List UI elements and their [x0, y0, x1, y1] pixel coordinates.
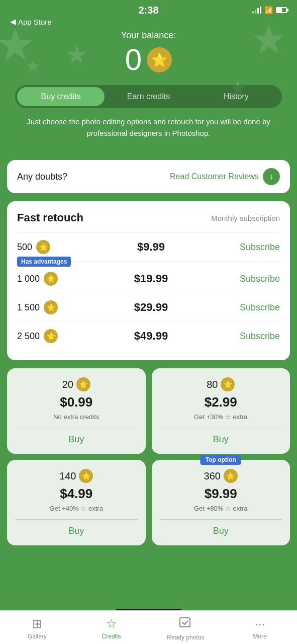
balance-amount: 0 ⭐	[10, 45, 287, 75]
back-label: App Store	[18, 18, 52, 26]
buy-card-extra-140: Get +40% ☆ extra	[15, 505, 138, 512]
tab-bar: Buy credits Earn credits History	[15, 85, 282, 108]
star-coin-360-icon: ⭐	[224, 469, 238, 483]
back-arrow-icon: ◀	[10, 17, 16, 26]
star-coin-sm-icon-2500: ⭐	[44, 329, 58, 343]
nav-more[interactable]: ··· More	[223, 617, 297, 640]
star-coin-sm-icon-1500: ⭐	[44, 300, 58, 314]
subscription-subtitle: Monthly subscription	[211, 214, 280, 222]
plan-row-1000: Has advantages 1 000 ⭐ $19.99 Subscribe	[17, 261, 280, 293]
plan-row-2500: 2 500 ⭐ $49.99 Subscribe	[17, 321, 280, 350]
main-content: Any doubts? Read Customer Reviews ↓ Fast…	[0, 154, 297, 606]
subscribe-btn-2500[interactable]: Subscribe	[240, 331, 280, 342]
buy-card-20: 20 ⭐ $0.99 No extra credits Buy	[7, 368, 146, 454]
nav-gallery-label: Gallery	[28, 633, 47, 640]
buy-card-price-20: $0.99	[15, 394, 138, 410]
star-coin-140-icon: ⭐	[79, 469, 93, 483]
plan-credits-1000: 1 000 ⭐	[17, 272, 62, 286]
wifi-icon: 📶	[264, 6, 273, 14]
subscription-header: Fast retouch Monthly subscription	[17, 211, 280, 224]
buy-card-140: 140 ⭐ $4.99 Get +40% ☆ extra Buy	[7, 460, 146, 545]
buy-card-80: 80 ⭐ $2.99 Get +30% ☆ extra Buy	[152, 368, 290, 454]
top-section: ★ ★ ★ ★ ★ ◀ App Store Your balance: 0 ⭐ …	[0, 17, 297, 154]
buy-card-credits-80: 80 ⭐	[160, 377, 282, 391]
top-option-badge: Top option	[201, 455, 241, 465]
buy-cards-grid: 20 ⭐ $0.99 No extra credits Buy 80 ⭐ $2.…	[7, 368, 290, 545]
star-coin-20-icon: ⭐	[76, 377, 90, 391]
plan-price-2500: $49.99	[62, 330, 240, 343]
status-time: 2:38	[138, 5, 158, 16]
buy-card-credits-20: 20 ⭐	[15, 377, 138, 391]
doubts-card: Any doubts? Read Customer Reviews ↓	[7, 160, 290, 193]
balance-section: Your balance: 0 ⭐	[10, 30, 287, 75]
review-link-text: Read Customer Reviews	[170, 172, 259, 181]
plan-price-1500: $29.99	[62, 301, 240, 314]
balance-label: Your balance:	[10, 30, 287, 41]
svg-rect-0	[180, 618, 190, 627]
buy-btn-360[interactable]: Buy	[160, 526, 282, 536]
review-down-icon[interactable]: ↓	[263, 168, 280, 185]
plan-price-1000: $19.99	[62, 272, 240, 285]
nav-more-label: More	[253, 633, 266, 640]
signal-icon	[252, 7, 261, 14]
read-reviews-link[interactable]: Read Customer Reviews ↓	[170, 168, 280, 185]
more-icon: ···	[255, 617, 265, 631]
plan-price-500: $9.99	[62, 240, 240, 254]
subscription-card: Fast retouch Monthly subscription 500 ⭐ …	[7, 201, 290, 360]
subscribe-btn-1000[interactable]: Subscribe	[240, 274, 280, 284]
buy-btn-140[interactable]: Buy	[15, 526, 138, 536]
tab-earn-credits[interactable]: Earn credits	[105, 87, 192, 106]
star-coin-sm-icon: ⭐	[36, 240, 50, 254]
battery-icon	[276, 7, 287, 13]
nav-credits-label: Credits	[102, 633, 121, 640]
plan-row-1500: 1 500 ⭐ $29.99 Subscribe	[17, 293, 280, 321]
star-coin-80-icon: ⭐	[221, 377, 235, 391]
credits-icon: ☆	[106, 617, 117, 631]
tab-history[interactable]: History	[192, 87, 280, 106]
advantage-badge: Has advantages	[17, 257, 71, 267]
buy-btn-80[interactable]: Buy	[160, 434, 282, 445]
star-coin-icon: ⭐	[147, 47, 172, 72]
buy-btn-20[interactable]: Buy	[15, 434, 138, 445]
nav-credits[interactable]: ☆ Credits	[74, 617, 149, 640]
gallery-icon: ⊞	[32, 617, 42, 631]
subscribe-btn-1500[interactable]: Subscribe	[240, 302, 280, 313]
buy-card-extra-20: No extra credits	[15, 413, 138, 421]
status-bar: 2:38 📶	[0, 0, 297, 17]
plan-credits-500: 500 ⭐	[17, 240, 62, 254]
plan-credits-2500: 2 500 ⭐	[17, 329, 62, 343]
buy-card-price-360: $9.99	[160, 486, 282, 502]
subscribe-btn-500[interactable]: Subscribe	[240, 242, 280, 253]
nav-ready-photos[interactable]: Ready photos	[149, 616, 223, 641]
back-button[interactable]: ◀ App Store	[10, 17, 287, 26]
nav-ready-photos-label: Ready photos	[167, 634, 204, 641]
balance-number: 0	[125, 45, 142, 75]
doubts-question: Any doubts?	[17, 172, 67, 182]
ready-photos-icon	[179, 616, 192, 632]
buy-card-price-80: $2.99	[160, 394, 282, 410]
subscription-title: Fast retouch	[17, 211, 83, 224]
nav-gallery[interactable]: ⊞ Gallery	[0, 617, 74, 640]
description-text: Just choose the photo editing options an…	[10, 116, 287, 144]
buy-card-credits-360: 360 ⭐	[160, 469, 282, 483]
buy-card-extra-360: Get +80% ☆ extra	[160, 505, 282, 512]
star-coin-sm-icon-1000: ⭐	[44, 272, 58, 286]
buy-card-price-140: $4.99	[15, 486, 138, 502]
plan-credits-1500: 1 500 ⭐	[17, 300, 62, 314]
buy-card-360: Top option 360 ⭐ $9.99 Get +80% ☆ extra …	[152, 460, 290, 545]
buy-card-extra-80: Get +30% ☆ extra	[160, 413, 282, 421]
buy-card-credits-140: 140 ⭐	[15, 469, 138, 483]
tab-buy-credits[interactable]: Buy credits	[17, 87, 105, 106]
bottom-nav: ⊞ Gallery ☆ Credits Ready photos ··· Mor…	[0, 610, 297, 644]
